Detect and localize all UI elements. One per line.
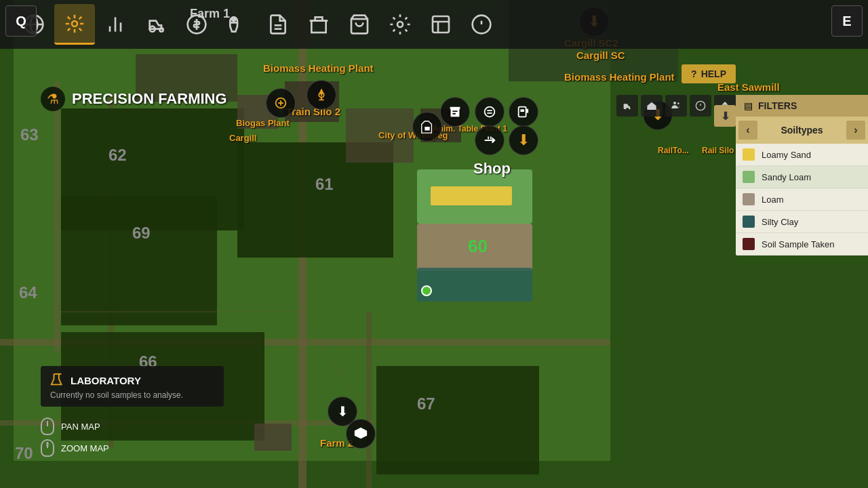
toolbar-contract[interactable] xyxy=(258,4,298,45)
shop-label: Shop xyxy=(473,160,511,178)
biogas-plant-label: Biogas Plant xyxy=(236,118,290,128)
svg-rect-20 xyxy=(431,186,512,205)
cargill-sc-label: Cargill SC xyxy=(576,49,625,61)
player-marker xyxy=(421,285,432,296)
filters-title: FILTERS xyxy=(758,100,860,111)
soil-item-sample-taken[interactable]: Soil Sample Taken xyxy=(736,233,868,256)
svg-rect-22 xyxy=(417,268,532,302)
biomass-plant-label-1: Biomass Heating Plant xyxy=(263,62,374,74)
q-button[interactable]: Q xyxy=(5,5,37,37)
svg-rect-26 xyxy=(254,424,292,451)
rt-workers[interactable] xyxy=(665,95,687,117)
toolbar-info[interactable] xyxy=(461,4,502,45)
soil-color-loamy-sand xyxy=(743,148,755,161)
toolbar-crop[interactable] xyxy=(54,4,95,45)
precision-farming-label: PRECISION FARMING xyxy=(72,90,227,108)
farm-title: Farm 1 xyxy=(190,7,230,21)
soil-label-sample-taken: Soil Sample Taken xyxy=(762,239,834,249)
svg-rect-33 xyxy=(425,127,429,131)
zoom-map-label: ZOOM MAP xyxy=(61,443,109,453)
svg-rect-46 xyxy=(311,21,326,33)
biomass-icon-1[interactable] xyxy=(307,80,336,110)
svg-rect-9 xyxy=(366,312,372,488)
soil-color-sandy-loam xyxy=(743,171,755,183)
rail-to-label: RailTo... xyxy=(658,146,689,155)
svg-point-43 xyxy=(232,17,235,20)
svg-rect-49 xyxy=(433,16,449,33)
svg-rect-2 xyxy=(0,0,14,488)
precision-farming-icon: ⚗ xyxy=(41,87,65,111)
help-button[interactable]: ? HELP xyxy=(682,64,736,83)
rt-tractor2[interactable] xyxy=(641,95,663,117)
map-icon-farm2-2[interactable] xyxy=(346,419,376,449)
filters-header: ▤ FILTERS xyxy=(736,95,868,117)
svg-rect-12 xyxy=(61,197,217,325)
pan-map-label: PAN MAP xyxy=(61,422,100,432)
soil-item-loamy-sand[interactable]: Loamy Sand xyxy=(736,144,868,166)
svg-rect-14 xyxy=(376,366,539,474)
field-number-67: 67 xyxy=(417,394,435,413)
toolbar-chart[interactable] xyxy=(95,4,136,45)
right-mini-toolbar xyxy=(587,95,736,117)
food-icon[interactable] xyxy=(475,97,505,127)
field-number-70: 70 xyxy=(15,444,33,463)
e-button[interactable]: E xyxy=(831,5,863,37)
help-icon: ? xyxy=(691,68,697,79)
field-number-61: 61 xyxy=(315,175,334,194)
soil-color-silty-clay xyxy=(743,216,755,228)
soiltypes-title: Soiltypes xyxy=(757,125,846,136)
field-number-62: 62 xyxy=(108,146,127,165)
soiltypes-nav: ‹ Soiltypes › xyxy=(736,117,868,144)
biomass-plant-label-2: Biomass Heating Plant xyxy=(564,71,675,83)
spray-icon[interactable] xyxy=(475,125,505,155)
laboratory-status: Currently no soil samples to analyse. xyxy=(50,390,214,400)
soil-item-loam[interactable]: Loam xyxy=(736,188,868,211)
shop-icon[interactable] xyxy=(440,97,470,127)
soil-label-loamy-sand: Loamy Sand xyxy=(762,150,811,160)
svg-point-30 xyxy=(485,107,495,117)
svg-point-48 xyxy=(397,22,403,27)
field-number-64: 64 xyxy=(19,283,37,302)
toolbar-shop[interactable] xyxy=(339,4,380,45)
field-number-69: 69 xyxy=(132,224,151,243)
rt-tractor[interactable] xyxy=(616,95,638,117)
help-label: HELP xyxy=(701,68,726,79)
filter-icon: ▤ xyxy=(744,100,753,111)
download-icon[interactable]: ⬇ xyxy=(509,125,538,155)
toolbar-tractor[interactable] xyxy=(136,4,176,45)
filters-panel: ▤ FILTERS ‹ Soiltypes › Loamy Sand Sandy… xyxy=(736,95,868,256)
filters-toggle[interactable]: ⬇ xyxy=(714,105,736,127)
soil-label-silty-clay: Silty Clay xyxy=(762,217,798,227)
zoom-map-control: ZOOM MAP xyxy=(41,439,109,457)
precision-farming-header: ⚗ PRECISION FARMING xyxy=(41,87,227,111)
svg-point-56 xyxy=(677,102,679,104)
mouse-scroll-icon xyxy=(41,439,54,457)
lab-title-text: LABORATORY xyxy=(71,375,141,386)
mouse-left-icon xyxy=(41,418,54,435)
rt-info[interactable] xyxy=(690,95,711,117)
soiltypes-next[interactable]: › xyxy=(846,121,865,140)
toolbar-silo[interactable] xyxy=(298,4,339,45)
svg-rect-32 xyxy=(520,109,524,112)
soil-item-sandy-loam[interactable]: Sandy Loam xyxy=(736,166,868,188)
toolbar-settings[interactable] xyxy=(380,4,420,45)
toolbar-stats2[interactable] xyxy=(420,4,461,45)
precision-icon[interactable] xyxy=(266,88,296,118)
soil-label-sandy-loam: Sandy Loam xyxy=(762,172,811,182)
pan-map-control: PAN MAP xyxy=(41,418,109,435)
soil-label-loam: Loam xyxy=(762,195,784,205)
field-number-60: 60 xyxy=(468,236,488,257)
main-toolbar: Q xyxy=(0,0,868,49)
soil-color-sample-taken xyxy=(743,238,755,250)
svg-point-36 xyxy=(72,21,77,26)
lab-icon xyxy=(50,373,65,388)
laboratory-panel: LABORATORY Currently no soil samples to … xyxy=(41,366,224,407)
soil-color-loam xyxy=(743,193,755,205)
soil-item-silty-clay[interactable]: Silty Clay xyxy=(736,211,868,233)
gas-icon[interactable] xyxy=(509,97,538,127)
svg-point-55 xyxy=(673,102,676,104)
fuel-icon[interactable] xyxy=(412,112,442,142)
soiltypes-prev[interactable]: ‹ xyxy=(738,121,757,140)
laboratory-title: LABORATORY xyxy=(50,373,214,388)
field-number-63: 63 xyxy=(20,125,39,144)
